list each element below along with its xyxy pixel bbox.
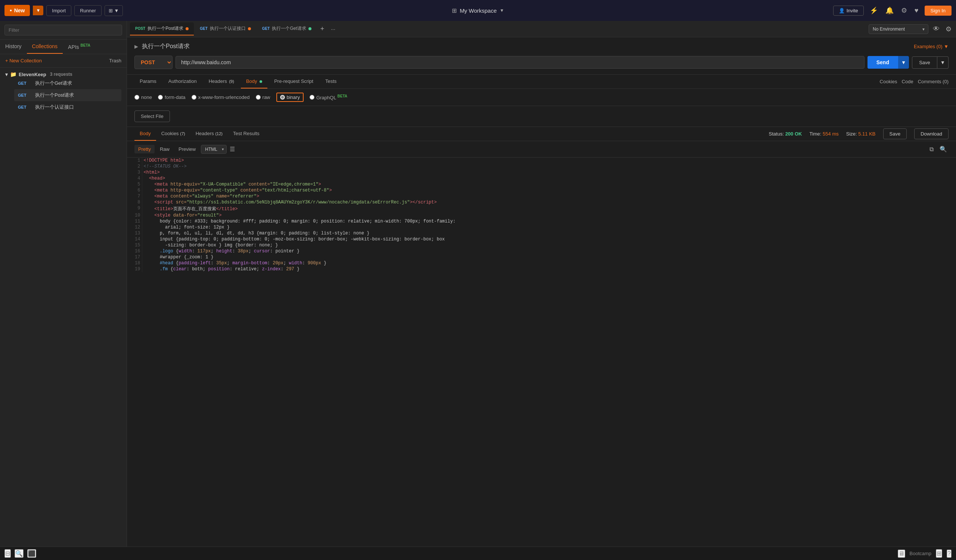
code-link[interactable]: Code: [902, 79, 914, 85]
format-preview-button[interactable]: Preview: [175, 145, 200, 154]
wrap-text-icon-button[interactable]: ☰: [228, 144, 236, 154]
format-raw-button[interactable]: Raw: [156, 145, 173, 154]
req-tab-prerequest[interactable]: Pre-request Script: [269, 75, 319, 88]
code-line-row: 9 <title>页面不存在_百度搜索</title>: [127, 205, 956, 212]
heart-icon-button[interactable]: ♥: [913, 5, 920, 16]
line-number: 7: [127, 193, 142, 199]
download-button[interactable]: Download: [914, 129, 948, 139]
request-item-get2[interactable]: GET 执行一个Post请求: [14, 89, 121, 101]
req-tab-params[interactable]: Params: [134, 75, 162, 88]
gear-icon-button[interactable]: ⚙: [944, 24, 953, 35]
import-button[interactable]: Import: [46, 5, 71, 16]
radio-graphql[interactable]: GraphQL BETA: [310, 94, 347, 100]
line-content: <meta http-equiv="X-UA-Compatible" conte…: [142, 182, 956, 187]
radio-formdata[interactable]: form-data: [158, 94, 186, 100]
help-icon-button[interactable]: ?: [947, 549, 951, 558]
beta-badge: BETA: [81, 43, 90, 47]
copy-icon-button[interactable]: ⧉: [928, 144, 935, 154]
req-tab-authorization[interactable]: Authorization: [163, 75, 202, 88]
format-pretty-button[interactable]: Pretty: [134, 145, 155, 154]
more-tabs-button[interactable]: ···: [328, 25, 338, 34]
format-type-selector[interactable]: HTML: [201, 145, 227, 154]
request-item-get3[interactable]: GET 执行一个认证接口: [14, 101, 121, 113]
sidebar: History Collections APIs BETA + New Coll…: [0, 21, 127, 547]
method-select[interactable]: POST GET PUT DELETE: [134, 56, 173, 69]
environment-selector[interactable]: No Environment: [869, 24, 928, 34]
new-collection-button[interactable]: + New Collection: [5, 58, 42, 63]
search-bottom-icon-button[interactable]: 🔍: [14, 549, 24, 558]
runner-button[interactable]: Runner: [74, 5, 102, 16]
lightning-icon-button[interactable]: ⚡: [868, 5, 879, 16]
send-button-group: Send ▼: [868, 56, 909, 69]
workspace-selector[interactable]: ⊞ My Workspace ▼: [126, 7, 830, 14]
chevron-down-icon: ▾: [5, 72, 8, 77]
monitor-icon-button[interactable]: 🖥: [898, 549, 905, 558]
tabs-right: No Environment 👁 ⚙: [869, 24, 953, 35]
line-number: 15: [127, 242, 142, 248]
layout-icon-button[interactable]: ⊟: [5, 549, 11, 558]
tab-post-request[interactable]: POST 执行一个Post请求: [130, 22, 194, 36]
request-name: 执行一个Post请求: [35, 92, 74, 99]
code-line-row: 18 #head {padding-left: 35px; margin-bot…: [127, 260, 956, 266]
resp-tab-headers[interactable]: Headers (12): [190, 127, 228, 141]
save-button[interactable]: Save: [912, 56, 937, 69]
signin-button[interactable]: Sign In: [925, 6, 951, 16]
grid-icon-button[interactable]: ⊞: [936, 549, 942, 558]
code-line-row: 1<!DOCTYPE html>: [127, 158, 956, 163]
req-tab-headers[interactable]: Headers (9): [203, 75, 239, 88]
send-dropdown-button[interactable]: ▼: [898, 56, 909, 69]
invite-button[interactable]: 👤 Invite: [833, 6, 864, 16]
line-content: <!DOCTYPE html>: [142, 158, 956, 163]
chevron-down-icon: ▼: [500, 8, 504, 13]
response-save-button[interactable]: Save: [883, 129, 907, 139]
radio-raw[interactable]: raw: [256, 94, 270, 100]
url-bar: POST GET PUT DELETE Send ▼ Save ▼: [134, 56, 948, 69]
builder-button[interactable]: ⊞ ▼: [105, 5, 123, 16]
code-line-row: 19 .fm {clear: both; position: relative;…: [127, 266, 956, 272]
search-input[interactable]: [5, 25, 122, 36]
radio-urlencoded[interactable]: x-www-form-urlencoded: [192, 94, 250, 100]
resp-tab-body[interactable]: Body: [134, 127, 156, 141]
radio-binary[interactable]: binary: [276, 93, 303, 102]
new-button[interactable]: ▪ New: [5, 5, 30, 16]
request-item-get1[interactable]: GET 执行一个Get请求: [14, 77, 121, 89]
sidebar-tab-collections[interactable]: Collections: [27, 39, 63, 54]
examples-link[interactable]: Examples (0) ▼: [914, 44, 948, 49]
code-line-row: 15 -sizing: border-box } img {border: no…: [127, 242, 956, 248]
new-button-arrow[interactable]: ▼: [33, 6, 43, 15]
req-tab-tests[interactable]: Tests: [320, 75, 342, 88]
collection-elevenkeeep[interactable]: ▾ 📁 ElevenKeep 3 requests GET 执行一个Get请求 …: [0, 67, 127, 117]
tab-get-auth[interactable]: GET 执行一个认证接口: [195, 22, 256, 36]
select-file-button[interactable]: Select File: [134, 110, 170, 122]
send-button[interactable]: Send: [868, 56, 898, 69]
environment-select[interactable]: No Environment: [869, 24, 928, 34]
tab-get-request[interactable]: GET 执行一个Get请求: [257, 22, 317, 36]
request-title-bar: ▶ 执行一个Post请求 Examples (0) ▼: [134, 42, 948, 50]
comments-link[interactable]: Comments (0): [918, 79, 948, 85]
trash-button[interactable]: Trash: [109, 58, 121, 63]
terminal-icon-button[interactable]: ⬛: [27, 549, 36, 558]
sidebar-tab-history[interactable]: History: [0, 39, 27, 54]
save-dropdown-button[interactable]: ▼: [937, 56, 948, 69]
url-input[interactable]: [176, 56, 865, 69]
line-number: 16: [127, 248, 142, 254]
collapse-arrow[interactable]: ▶: [134, 44, 138, 49]
format-type-select[interactable]: HTML: [201, 145, 227, 154]
size-label: Size: 5.11 KB: [846, 131, 876, 136]
sidebar-tab-apis[interactable]: APIs BETA: [63, 39, 96, 54]
bell-icon-button[interactable]: 🔔: [884, 5, 895, 16]
search-icon-button[interactable]: 🔍: [938, 144, 948, 154]
bootcamp-label[interactable]: Bootcamp: [910, 551, 932, 556]
settings-icon-button[interactable]: ⚙: [899, 5, 909, 16]
resp-tab-cookies[interactable]: Cookies (7): [156, 127, 190, 141]
topbar-right: 👤 Invite ⚡ 🔔 ⚙ ♥ Sign In: [833, 5, 951, 16]
select-file-area: Select File: [127, 106, 956, 127]
new-tab-button[interactable]: +: [318, 24, 327, 35]
resp-tab-test-results[interactable]: Test Results: [228, 127, 265, 141]
body-options: none form-data x-www-form-urlencoded raw…: [127, 89, 956, 106]
eye-icon-button[interactable]: 👁: [931, 24, 941, 35]
radio-none[interactable]: none: [134, 94, 152, 100]
req-tab-body[interactable]: Body: [241, 75, 267, 88]
cookies-link[interactable]: Cookies: [880, 79, 897, 85]
line-content: .logo {width: 117px; height: 38px; curso…: [142, 248, 956, 254]
